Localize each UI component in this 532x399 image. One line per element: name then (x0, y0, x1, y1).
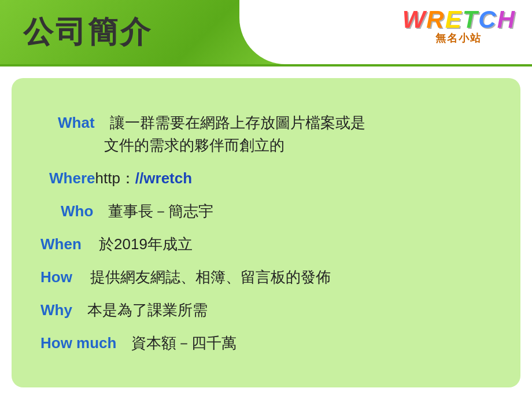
row-why: Why 本是為了課業所需 (35, 299, 497, 322)
slide: 公司簡介 W R E T C H 無名小站 What 讓一群需要在網路上存放圖片… (0, 0, 532, 399)
label-where: Where (35, 167, 95, 190)
value-who: 董事長－簡志宇 (93, 200, 497, 223)
row-how: How 提供網友網誌、相簿、留言板的發佈 (35, 266, 497, 289)
label-how: How (35, 266, 75, 289)
where-link: //wretch (135, 169, 192, 187)
logo-letter-w: W (402, 6, 426, 34)
what-first-line: What 讓一群需要在網路上存放圖片檔案或是 (35, 112, 365, 134)
label-why: Why (35, 299, 72, 322)
label-when: When (35, 233, 84, 256)
value-why: 本是為了課業所需 (72, 299, 497, 322)
logo-subtitle: 無名小站 (435, 31, 482, 45)
logo-letter-t: T (463, 6, 478, 34)
logo-letter-e: E (445, 6, 461, 34)
value-where: http：//wretch (95, 167, 497, 190)
main-content: What 讓一群需要在網路上存放圖片檔案或是 文件的需求的夥伴而創立的 Wher… (12, 78, 520, 387)
logo-letter-c: C (478, 6, 496, 34)
row-what: What 讓一群需要在網路上存放圖片檔案或是 文件的需求的夥伴而創立的 (35, 112, 497, 157)
logo-area: W R E T C H 無名小站 (402, 6, 515, 45)
where-plain: http： (95, 169, 135, 187)
label-what: What (35, 112, 95, 134)
row-when: When 於2019年成立 (35, 233, 497, 256)
value-what-line1: 讓一群需要在網路上存放圖片檔案或是 (95, 112, 365, 134)
page-title: 公司簡介 (0, 12, 153, 53)
label-who: Who (35, 200, 93, 223)
row-who: Who 董事長－簡志宇 (35, 200, 497, 223)
logo-letter-h: H (497, 6, 515, 34)
value-howmuch: 資本額－四千萬 (116, 332, 497, 354)
logo-letter-r: R (426, 6, 444, 34)
row-howmuch: How much 資本額－四千萬 (35, 332, 497, 354)
value-when: 於2019年成立 (84, 233, 497, 256)
header: 公司簡介 W R E T C H 無名小站 (0, 0, 532, 66)
value-how: 提供網友網誌、相簿、留言板的發佈 (75, 266, 497, 289)
wretch-logo: W R E T C H (402, 6, 515, 34)
value-what-line2: 文件的需求的夥伴而創立的 (35, 134, 285, 157)
row-where: Where http：//wretch (35, 167, 497, 190)
label-howmuch: How much (35, 332, 116, 354)
